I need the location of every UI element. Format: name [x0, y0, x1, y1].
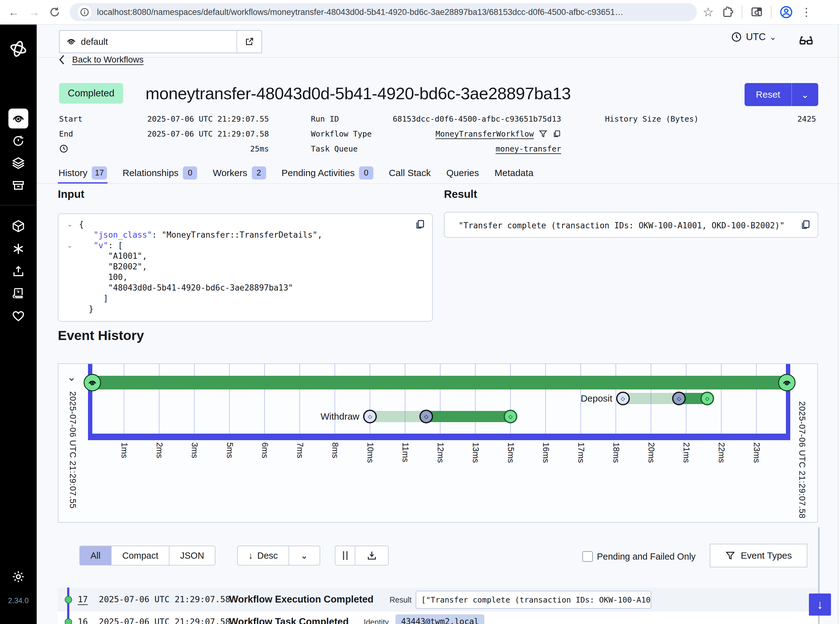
theme-toggle-sun-icon[interactable] — [0, 567, 37, 587]
timeline-tick-label: 12ms — [436, 442, 445, 463]
activity-scheduled-node[interactable]: ◇ — [616, 392, 630, 405]
bookmark-star-icon[interactable]: ☆ — [703, 5, 714, 19]
workflow-type-link[interactable]: MoneyTransferWorkflow — [436, 130, 534, 138]
copy-icon[interactable] — [415, 219, 425, 230]
address-bar[interactable]: localhost:8080/namespaces/default/workfl… — [69, 3, 697, 21]
tab-history[interactable]: History 17 — [58, 163, 108, 184]
timeline-collapse-chevron-icon[interactable]: ⌄ — [67, 371, 76, 383]
timeline-tick-label: 1ms — [119, 442, 129, 458]
activity-completed-node[interactable]: ◇ — [504, 410, 517, 423]
browser-menu-icon[interactable]: ⋮ — [801, 6, 812, 19]
timeline-gridline — [334, 364, 335, 434]
tab-workers[interactable]: Workers 2 — [212, 163, 267, 184]
event-timeline-panel: ⌄ 1ms2ms3ms5ms6ms7ms8ms10ms11ms12ms13ms1… — [58, 363, 818, 523]
namespace-switcher[interactable]: default — [59, 30, 262, 53]
json-line: "A1001", — [67, 251, 407, 261]
back-to-workflows-link[interactable]: Back to Workflows — [72, 55, 143, 65]
sort-desc-button[interactable]: ↓ Desc — [238, 546, 289, 565]
event-id-link[interactable]: 16 — [78, 617, 88, 624]
sidebar-item-feedback-icon[interactable] — [0, 306, 37, 326]
event-history-title: Event History — [58, 328, 144, 343]
event-id-link[interactable]: 17 — [78, 595, 88, 604]
event-types-filter-button[interactable]: Event Types — [710, 544, 808, 567]
sidebar-item-nexus-icon[interactable] — [0, 239, 37, 259]
view-json-button[interactable]: JSON — [170, 546, 214, 565]
timeline-tick-label: 3ms — [190, 442, 199, 458]
sidebar-item-docs-icon[interactable] — [0, 283, 37, 303]
event-field-value[interactable]: ["Transfer complete (transaction IDs: OK… — [416, 591, 651, 609]
event-name: Workflow Execution Completed — [229, 594, 373, 605]
json-line: "json_class": "MoneyTransfer::TransferDe… — [67, 230, 407, 240]
view-all-button[interactable]: All — [80, 546, 112, 565]
pause-button[interactable] — [336, 546, 355, 565]
task-queue-link[interactable]: money-transfer — [496, 144, 561, 153]
timeline-gridline — [475, 364, 476, 434]
activity-scheduled-bar[interactable] — [623, 393, 679, 404]
timeline-tick-label: 8ms — [330, 442, 340, 458]
collapse-chevron-icon[interactable]: ⌄ — [67, 240, 79, 251]
workflow-start-node[interactable] — [84, 374, 101, 391]
tab-pending-activities[interactable]: Pending Activities 0 — [281, 163, 374, 184]
copy-icon[interactable] — [552, 130, 561, 138]
collapse-chevron-icon[interactable]: ⌄ — [67, 219, 79, 230]
activity-started-node[interactable]: ◇ — [419, 410, 433, 423]
timeline-tick-label: 22ms — [717, 442, 726, 463]
timeline-gridline — [405, 364, 405, 434]
tabs-divider — [37, 184, 840, 184]
tab-history-count: 17 — [92, 167, 107, 179]
scroll-to-bottom-button[interactable]: ↓ — [809, 593, 831, 616]
page-scrollbar[interactable] — [838, 25, 838, 624]
sidebar-item-workflows[interactable] — [8, 108, 28, 128]
json-line: ] — [67, 293, 407, 304]
tab-metadata[interactable]: Metadata — [494, 163, 534, 184]
view-compact-button[interactable]: Compact — [112, 546, 170, 565]
activity-running-bar[interactable] — [426, 411, 510, 422]
download-button[interactable] — [355, 546, 388, 565]
tab-relationships[interactable]: Relationships 0 — [122, 163, 198, 184]
timeline-gridline — [159, 364, 159, 434]
timeline-gridline — [229, 364, 230, 434]
workflow-tabs: History 17 Relationships 0 Workers 2 Pen… — [58, 163, 534, 184]
labs-glasses-icon[interactable] — [798, 32, 814, 48]
sidebar-item-batch-icon[interactable] — [0, 153, 37, 173]
event-status-dot — [65, 596, 72, 604]
result-panel: "Transfer complete (transaction IDs: OKW… — [444, 212, 818, 238]
workflow-execution-bar[interactable] — [89, 376, 790, 389]
input-json-viewer: ⌄{ "json_class": "MoneyTransfer::Transfe… — [67, 219, 407, 314]
tab-call-stack[interactable]: Call Stack — [388, 163, 432, 184]
timeline-gridline — [545, 364, 546, 434]
result-section-title: Result — [444, 188, 477, 200]
timezone-selector[interactable]: UTC ⌄ — [731, 31, 776, 43]
browser-back-icon[interactable]: ← — [7, 6, 20, 19]
browser-forward-icon[interactable]: → — [27, 6, 41, 19]
status-badge: Completed — [59, 83, 123, 103]
sidebar-item-import-icon[interactable] — [0, 261, 37, 281]
reset-menu-button[interactable]: ⌄ — [792, 83, 818, 106]
timeline-gridline — [299, 364, 300, 434]
pending-failed-only-checkbox[interactable] — [582, 551, 593, 562]
site-info-icon[interactable] — [78, 5, 91, 19]
activity-completed-node[interactable]: ◇ — [700, 392, 714, 405]
sidebar-item-schedules-icon[interactable] — [0, 131, 37, 151]
extensions-icon[interactable] — [722, 6, 734, 18]
profile-avatar[interactable] — [780, 6, 793, 19]
side-panel-search-icon[interactable] — [751, 6, 763, 19]
main-content: default UTC ⌄ Back to Workflows Complete… — [37, 25, 840, 624]
timeline-gridline — [721, 364, 721, 434]
sort-menu-button[interactable]: ⌄ — [289, 546, 320, 565]
activity-scheduled-bar[interactable] — [370, 411, 426, 422]
browser-reload-icon[interactable] — [48, 6, 62, 18]
reset-split-button: Reset ⌄ — [744, 83, 818, 106]
sidebar-item-archive-icon[interactable] — [0, 175, 37, 195]
event-timestamp: 2025-07-06 UTC 21:29:07.58 — [99, 617, 230, 624]
filter-funnel-icon[interactable] — [539, 130, 547, 138]
sidebar-item-namespaces-icon[interactable] — [0, 216, 37, 236]
reset-button[interactable]: Reset — [744, 83, 792, 106]
timeline-tick-label: 6ms — [260, 442, 270, 458]
json-line: ⌄{ — [67, 219, 407, 230]
activity-scheduled-node[interactable]: ◇ — [363, 410, 377, 423]
tab-queries[interactable]: Queries — [446, 163, 480, 184]
namespace-open-external-button[interactable] — [237, 31, 262, 53]
copy-icon[interactable] — [800, 219, 811, 230]
workflow-end-node[interactable] — [778, 374, 795, 391]
